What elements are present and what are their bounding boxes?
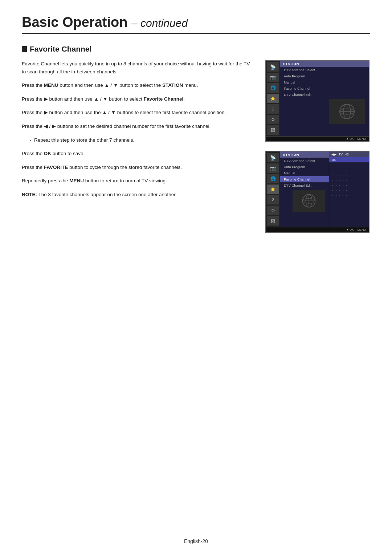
screen1-ok-icon: ✦ OK (346, 137, 354, 141)
paragraph-2: Press the ▶ button and then use ▲ / ▼ bu… (22, 95, 254, 103)
screen2-right-panel: ◀▶ TV 45 45 - - - - - - - - - - - - - - … (329, 151, 369, 227)
tv-screen-1: 📡 📷 🌐 ⭐ 1 ⚙ 🖼 STATION DTV Antenna Select (265, 60, 369, 142)
title-main: Basic Operation (22, 15, 127, 30)
screen2-thumbnail (293, 190, 325, 212)
text-column: Favorite Channel lets you quickly tune i… (22, 60, 254, 204)
ch-row-3: - - - - - (329, 167, 369, 173)
menu-item-auto-prog: Auto Program (280, 73, 369, 79)
note-paragraph: NOTE: The 8 favorite channels appear on … (22, 191, 254, 199)
icon2-camera: 📷 (267, 163, 279, 173)
globe-svg-2 (301, 193, 317, 209)
paragraph-3: Press the ▶ button and then use the ▲ / … (22, 109, 254, 117)
screen2-menu-title: STATION (280, 151, 329, 158)
icon2-star-selected: ⭐ (267, 185, 279, 194)
screen2-icons: 📡 📷 🌐 ⭐ 2 ⚙ 🖼 (266, 151, 280, 227)
sidebar-column: 📡 📷 🌐 ⭐ 1 ⚙ 🖼 STATION DTV Antenna Select (265, 60, 370, 233)
menu-bold-1: MENU (44, 82, 58, 88)
s2-menu-item-auto-prog: Auto Program (280, 164, 329, 170)
ch-row-6: - - - - - (329, 183, 369, 188)
icon-1: 1 (267, 104, 279, 114)
tv-screen-2: 📡 📷 🌐 ⭐ 2 ⚙ 🖼 STATION DTV Antenna Select (265, 151, 369, 233)
screen1-body: 📡 📷 🌐 ⭐ 1 ⚙ 🖼 STATION DTV Antenna Select (266, 61, 369, 136)
channel-num: 45 (345, 153, 349, 156)
ch-row-5: - - - - - (329, 178, 369, 183)
s2-menu-item-fav-chan: Favorite Channel (280, 176, 329, 182)
screen2-menu-label: MENU (357, 228, 366, 231)
paragraph-1: Press the MENU button and then use ▲ / ▼… (22, 81, 254, 89)
screen2-ok-icon: ✦ OK (346, 228, 354, 231)
station-bold: STATION (162, 82, 183, 88)
bullet-1-text: Repeat this step to store the other 7 ch… (34, 137, 134, 143)
title-continued: – continued (131, 17, 188, 29)
ch-row-8: - - - - - (329, 193, 369, 198)
icon-camera: 📷 (267, 73, 279, 82)
menu-item-fav-chan: Favorite Channel (280, 85, 369, 92)
ok-bold: OK (44, 151, 51, 156)
icon2-globe: 🌐 (267, 174, 279, 183)
icon2-settings: ⚙ (267, 206, 279, 215)
page-title: Basic Operation – continued (22, 15, 370, 34)
ch-row-7: - - - - - (329, 188, 369, 193)
screen1-menu-list: DTV Antenna Select Auto Program Manual F… (280, 67, 369, 98)
paragraph-6: Press the FAVORITE button to cycle throu… (22, 163, 254, 171)
globe-svg (338, 102, 356, 121)
icon2-antenna: 📡 (267, 153, 279, 162)
menu-item-dtv-ant: DTV Antenna Select (280, 67, 369, 73)
screen1-menu-label: MENU (357, 137, 366, 141)
menu-item-dtv-edit: DTV Channel Edit (280, 92, 369, 98)
icon-star-selected: ⭐ (267, 94, 279, 103)
favorite-bold: FAVORITE (44, 165, 68, 170)
section-header: Favorite Channel (22, 45, 370, 53)
screen1-menu: STATION DTV Antenna Select Auto Program … (280, 61, 369, 136)
menu-bold-2: MENU (69, 178, 84, 183)
icon-antenna: 📡 (267, 62, 279, 72)
screen2-body: 📡 📷 🌐 ⭐ 2 ⚙ 🖼 STATION DTV Antenna Select (266, 151, 369, 227)
bullet-1: - Repeat this step to store the other 7 … (22, 136, 254, 144)
paragraph-7: Repeatedly press the MENU button to retu… (22, 177, 254, 185)
tv-label: TV (339, 153, 343, 156)
channel-rows: 45 - - - - - - - - - - - - - - - - - - -… (329, 157, 369, 198)
intro-paragraph: Favorite Channel lets you quickly tune i… (22, 60, 254, 76)
favchan-bold: Favorite Channel (144, 96, 184, 102)
screen1-thumbnail (329, 99, 365, 124)
s2-menu-item-dtv-ant: DTV Antenna Select (280, 158, 329, 164)
ch-row-1: 45 (329, 157, 369, 162)
paragraph-5: Press the OK button to save. (22, 150, 254, 158)
icon2-photo: 🖼 (267, 216, 279, 226)
ch-row-2: - - - - - (329, 162, 369, 167)
icon-settings: ⚙ (267, 115, 279, 124)
section-marker (22, 46, 27, 52)
content-area: Favorite Channel lets you quickly tune i… (22, 60, 370, 233)
screen1-footer: ✦ OK MENU (266, 136, 369, 141)
icon2-2: 2 (267, 195, 279, 204)
page-number: English-20 (184, 538, 208, 544)
screen2-right-header: ◀▶ TV 45 (329, 151, 369, 157)
screen1-icons: 📡 📷 🌐 ⭐ 1 ⚙ 🖼 (266, 61, 280, 136)
ch-row-4: - - - - - (329, 173, 369, 178)
icon-globe: 🌐 (267, 83, 279, 93)
screen2-menu: STATION DTV Antenna Select Auto Program … (280, 151, 329, 227)
s2-menu-item-dtv-edit: DTV Channel Edit (280, 182, 329, 189)
icon-photo: 🖼 (267, 125, 279, 135)
screen2-menu-list: DTV Antenna Select Auto Program Manual F… (280, 158, 329, 189)
note-bold: NOTE: (22, 192, 37, 197)
screen2-footer: ✦ OK MENU (266, 227, 369, 232)
s2-menu-item-manual: Manual (280, 170, 329, 176)
intro-text: Favorite Channel lets you quickly tune i… (22, 61, 250, 74)
paragraph-4: Press the ◀ / ▶ buttons to set the desir… (22, 122, 254, 130)
screen1-menu-title: STATION (280, 61, 369, 67)
arrows-indicator: ◀▶ (331, 153, 336, 156)
section-title: Favorite Channel (30, 45, 91, 53)
menu-item-manual: Manual (280, 79, 369, 85)
